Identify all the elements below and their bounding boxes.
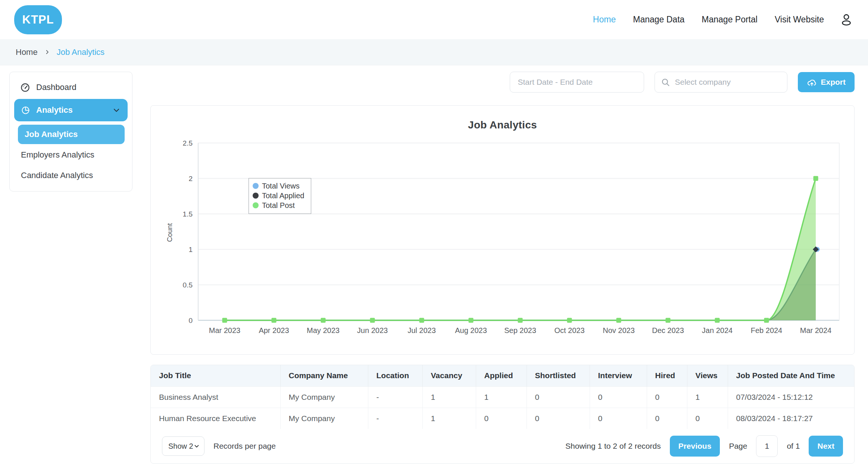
sidebar-item-analytics[interactable]: Analytics <box>14 99 128 121</box>
sidebar-item-label: Employers Analytics <box>21 150 94 160</box>
export-button[interactable]: Export <box>798 72 855 92</box>
chevron-right-icon <box>44 49 50 55</box>
legend-dot-post <box>253 202 259 208</box>
breadcrumb-home[interactable]: Home <box>16 47 38 57</box>
legend-dot-applied <box>253 193 259 199</box>
col-shortlisted: Shortlisted <box>527 365 590 386</box>
svg-text:Jul 2023: Jul 2023 <box>408 326 436 334</box>
export-label: Export <box>821 78 846 87</box>
chart-card: Job Analytics 00.511.522.5Mar 2023Apr 20… <box>150 105 855 355</box>
cell-shortlisted: 0 <box>527 386 590 408</box>
svg-text:Mar 2023: Mar 2023 <box>209 326 241 334</box>
svg-text:Feb 2024: Feb 2024 <box>751 326 783 334</box>
cell-company: My Company <box>280 386 368 408</box>
svg-text:Oct 2023: Oct 2023 <box>554 326 584 334</box>
sidebar-item-candidate-analytics[interactable]: Candidate Analytics <box>14 166 128 185</box>
cell-location: - <box>368 408 422 429</box>
svg-text:Sep 2023: Sep 2023 <box>504 326 536 334</box>
sidebar-item-label: Analytics <box>36 105 73 115</box>
svg-text:Count: Count <box>166 223 174 242</box>
chevron-down-icon <box>112 106 121 115</box>
svg-text:1: 1 <box>188 246 193 253</box>
filter-bar: Export <box>150 72 855 93</box>
nav-item-manage-data[interactable]: Manage Data <box>633 15 684 25</box>
nav-item-visit-website[interactable]: Visit Website <box>775 15 824 25</box>
cell-posted-date: 07/03/2024 - 15:12:12 <box>728 386 854 408</box>
page-of-label: of 1 <box>787 442 800 451</box>
page-size-select-wrap: Show 20 <box>162 436 204 456</box>
col-company-name: Company Name <box>280 365 368 386</box>
showing-records-text: Showing 1 to 2 of 2 records <box>565 442 661 451</box>
nav-item-home[interactable]: Home <box>593 15 616 25</box>
page-size-select[interactable]: Show 20 <box>162 436 204 456</box>
cell-job-title: Business Analyst <box>151 386 280 408</box>
sidebar: Dashboard Analytics Job Analytics Employ… <box>9 72 132 192</box>
user-profile-icon[interactable] <box>840 13 853 27</box>
chart-body: 00.511.522.5Mar 2023Apr 2023May 2023Jun … <box>151 139 854 348</box>
cell-location: - <box>368 386 422 408</box>
legend-label: Total Post <box>262 200 295 210</box>
search-icon <box>661 78 670 87</box>
svg-text:0.5: 0.5 <box>183 281 193 289</box>
pie-chart-icon <box>21 106 30 115</box>
cell-vacancy: 1 <box>422 386 476 408</box>
sidebar-item-employers-analytics[interactable]: Employers Analytics <box>14 145 128 165</box>
cell-shortlisted: 0 <box>527 408 590 429</box>
svg-text:Jan 2024: Jan 2024 <box>702 326 733 334</box>
pagination-controls: Showing 1 to 2 of 2 records Previous Pag… <box>565 435 843 457</box>
svg-text:Aug 2023: Aug 2023 <box>455 326 487 334</box>
chart-title: Job Analytics <box>151 119 854 131</box>
sidebar-item-label: Job Analytics <box>25 130 78 139</box>
col-applied: Applied <box>476 365 527 386</box>
col-posted-date: Job Posted Date And Time <box>728 365 854 386</box>
svg-text:1.5: 1.5 <box>183 210 193 218</box>
svg-text:Dec 2023: Dec 2023 <box>652 326 684 334</box>
legend-dot-views <box>253 183 259 189</box>
table-row: Business Analyst My Company - 1 1 0 0 0 … <box>151 386 854 408</box>
svg-text:2.5: 2.5 <box>183 139 193 147</box>
cell-views: 1 <box>687 386 728 408</box>
legend-label: Total Applied <box>262 191 304 200</box>
nav-item-manage-portal[interactable]: Manage Portal <box>702 15 758 25</box>
job-records-table: Job Title Company Name Location Vacancy … <box>151 365 854 429</box>
sidebar-item-label: Candidate Analytics <box>21 171 93 180</box>
pagination-bar: Show 20 Records per page Showing 1 to 2 … <box>151 429 854 463</box>
previous-button[interactable]: Previous <box>670 436 720 457</box>
company-search-input[interactable] <box>675 78 782 87</box>
top-navbar: KTPL Home Manage Data Manage Portal Visi… <box>0 0 868 39</box>
page-label: Page <box>729 442 747 451</box>
cell-views: 0 <box>687 408 728 429</box>
legend-item-total-post[interactable]: Total Post <box>253 200 304 210</box>
svg-text:2: 2 <box>188 175 193 183</box>
breadcrumb: Home Job Analytics <box>0 39 868 65</box>
main-content: Export Job Analytics 00.511.522.5Mar 202… <box>150 72 855 464</box>
breadcrumb-current: Job Analytics <box>57 47 104 57</box>
cell-job-title: Human Resource Executive <box>151 408 280 429</box>
page-number-input[interactable] <box>756 435 778 457</box>
svg-text:0: 0 <box>188 317 193 324</box>
legend-item-total-applied[interactable]: Total Applied <box>253 191 304 200</box>
table-row: Human Resource Executive My Company - 1 … <box>151 408 854 429</box>
date-range-input[interactable] <box>510 72 644 93</box>
cell-hired: 0 <box>647 408 687 429</box>
brand-logo[interactable]: KTPL <box>14 5 62 34</box>
next-button[interactable]: Next <box>809 436 843 457</box>
col-job-title: Job Title <box>151 365 280 386</box>
sidebar-item-job-analytics[interactable]: Job Analytics <box>18 125 125 144</box>
svg-text:May 2023: May 2023 <box>307 326 340 334</box>
legend-item-total-views[interactable]: Total Views <box>253 181 304 191</box>
cell-hired: 0 <box>647 386 687 408</box>
sidebar-item-label: Dashboard <box>36 83 77 92</box>
cell-applied: 1 <box>476 386 527 408</box>
job-analytics-chart: 00.511.522.5Mar 2023Apr 2023May 2023Jun … <box>151 139 854 348</box>
company-select[interactable] <box>655 72 787 93</box>
records-table-card: Job Title Company Name Location Vacancy … <box>150 365 855 464</box>
cloud-upload-icon <box>807 77 817 87</box>
sidebar-item-dashboard[interactable]: Dashboard <box>14 77 128 98</box>
svg-text:Mar 2024: Mar 2024 <box>800 326 832 334</box>
table-header-row: Job Title Company Name Location Vacancy … <box>151 365 854 386</box>
cell-vacancy: 1 <box>422 408 476 429</box>
svg-text:Nov 2023: Nov 2023 <box>603 326 635 334</box>
dashboard-gauge-icon <box>20 83 30 93</box>
cell-interview: 0 <box>590 408 647 429</box>
